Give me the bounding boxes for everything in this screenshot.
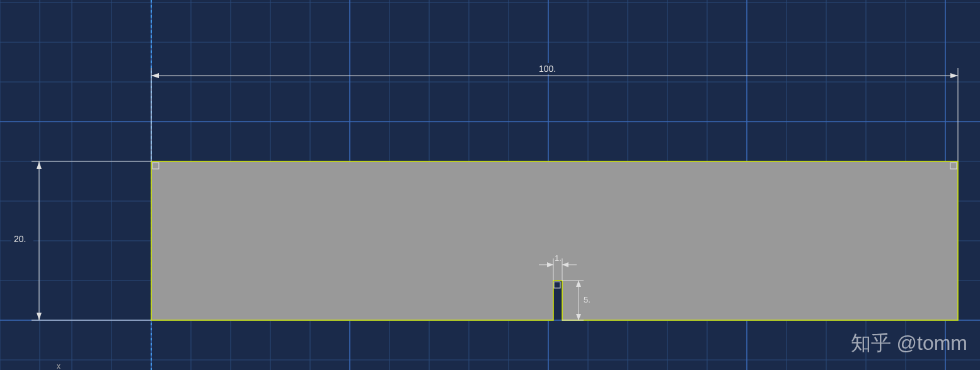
svg-marker-45 [37,313,42,320]
svg-marker-38 [151,73,159,78]
cad-canvas[interactable]: 100. 20. 1. 5. x [0,0,980,370]
dimension-width-label: 100. [539,64,556,74]
dimension-width[interactable]: 100. [151,63,958,161]
constraint-marker [554,282,560,288]
dimension-notch-width-label: 1. [555,253,562,263]
svg-marker-44 [37,161,42,169]
svg-marker-39 [950,73,958,78]
axis-marker: x [57,362,61,370]
dimension-notch-height-label: 5. [584,295,591,304]
sketch-profile[interactable] [151,161,958,320]
dimension-height-label: 20. [14,234,26,244]
